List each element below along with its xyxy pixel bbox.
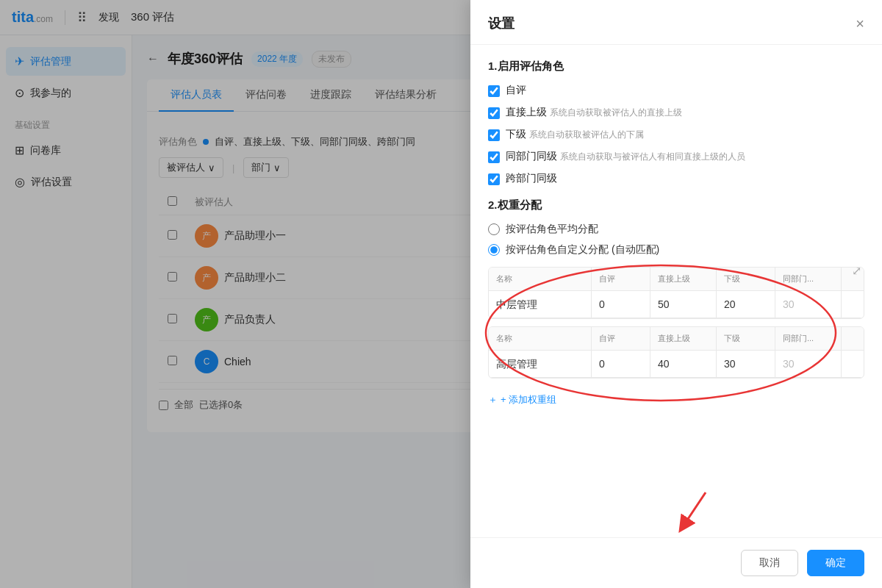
wc-name-2: 高层管理	[489, 351, 592, 378]
wc-direct-2: 40	[650, 351, 717, 378]
weight-radio-group: 按评估角色平均分配 按评估角色自定义分配 (自动匹配)	[488, 223, 864, 257]
section1-title: 1.启用评估角色	[488, 60, 864, 74]
settings-modal: 设置 × 1.启用评估角色 自评 直接上级 系统自动获取被评估人的直接上级 下级…	[470, 0, 882, 588]
wc-action-1	[842, 291, 864, 318]
wc-name-1: 中层管理	[489, 291, 592, 318]
modal-header: 设置 ×	[470, 0, 882, 45]
wc-action-2	[842, 351, 864, 378]
wc-direct-1: 50	[650, 291, 717, 318]
weight-avg-label: 按评估角色平均分配	[506, 223, 598, 236]
weight-card-2: 名称 自评 直接上级 下级 同部门...	[488, 326, 864, 379]
wc-header-sub-2: 下级	[717, 327, 775, 351]
wc-sub-1: 20	[717, 291, 775, 318]
wc-header-same-2: 同部门...	[775, 327, 842, 351]
modal-title: 设置	[488, 15, 514, 32]
role-self: 自评	[488, 84, 864, 97]
role-subordinate: 下级 系统自动获取被评估人的下属	[488, 128, 864, 141]
add-weight-button[interactable]: ＋ + 添加权重组	[488, 393, 556, 406]
wc-header-extra-2	[842, 327, 864, 351]
weight-table-wrapper: ⤢ 名称 自评 直接上级 下级	[488, 267, 864, 406]
role-subordinate-checkbox[interactable]	[488, 129, 500, 141]
weight-card-data-row-2: 高层管理 0 40 30 30	[489, 351, 864, 378]
role-direct-up-desc: 系统自动获取被评估人的直接上级	[550, 107, 682, 118]
role-same-dept-desc: 系统自动获取与被评估人有相同直接上级的人员	[560, 151, 745, 162]
role-self-checkbox[interactable]	[488, 85, 500, 97]
weight-card-header-row: 名称 自评 直接上级 下级 同部门...	[489, 268, 864, 291]
wc-sub-2: 30	[717, 351, 775, 378]
role-same-dept-label: 同部门同级	[506, 150, 557, 162]
role-cross-dept: 跨部门同级	[488, 172, 864, 185]
weight-avg-option[interactable]: 按评估角色平均分配	[488, 223, 864, 236]
wc-header-self-2: 自评	[592, 327, 650, 351]
wc-header-sub: 下级	[717, 268, 775, 291]
expand-icon[interactable]: ⤢	[852, 264, 861, 278]
role-cross-dept-label: 跨部门同级	[506, 172, 557, 184]
weight-custom-option[interactable]: 按评估角色自定义分配 (自动匹配)	[488, 243, 864, 257]
role-subordinate-desc: 系统自动获取被评估人的下属	[529, 129, 644, 140]
role-cross-dept-checkbox[interactable]	[488, 173, 500, 185]
weight-card-header-row-2: 名称 自评 直接上级 下级 同部门...	[489, 327, 864, 351]
wc-header-name-2: 名称	[489, 327, 592, 351]
role-same-dept: 同部门同级 系统自动获取与被评估人有相同直接上级的人员	[488, 150, 864, 163]
role-direct-up-checkbox[interactable]	[488, 107, 500, 119]
role-self-label: 自评	[506, 84, 526, 96]
wc-same-1: 30	[775, 291, 842, 318]
role-subordinate-label: 下级	[506, 128, 526, 140]
close-icon[interactable]: ×	[856, 15, 864, 32]
role-direct-up: 直接上级 系统自动获取被评估人的直接上级	[488, 106, 864, 119]
wc-header-direct: 直接上级	[650, 268, 717, 291]
weight-avg-radio[interactable]	[488, 223, 500, 235]
weight-card-1: 名称 自评 直接上级 下级 同部门...	[488, 267, 864, 319]
modal-body: 1.启用评估角色 自评 直接上级 系统自动获取被评估人的直接上级 下级 系统自动…	[470, 45, 882, 537]
wc-header-self: 自评	[592, 268, 650, 291]
weight-custom-radio[interactable]	[488, 244, 500, 256]
wc-self-2: 0	[592, 351, 650, 378]
weight-custom-label: 按评估角色自定义分配 (自动匹配)	[506, 243, 659, 257]
modal-footer: 取消 确定	[470, 537, 882, 588]
wc-same-2: 30	[775, 351, 842, 378]
role-direct-up-label: 直接上级	[506, 106, 547, 118]
section2-title: 2.权重分配	[488, 198, 864, 212]
role-same-dept-checkbox[interactable]	[488, 151, 500, 163]
plus-icon: ＋	[488, 393, 498, 406]
cancel-button[interactable]: 取消	[741, 550, 798, 576]
confirm-button[interactable]: 确定	[807, 550, 864, 576]
wc-header-same: 同部门...	[775, 268, 842, 291]
weight-card-data-row-1: 中层管理 0 50 20 30	[489, 291, 864, 318]
wc-header-direct-2: 直接上级	[650, 327, 717, 351]
wc-self-1: 0	[592, 291, 650, 318]
wc-header-name: 名称	[489, 268, 592, 291]
